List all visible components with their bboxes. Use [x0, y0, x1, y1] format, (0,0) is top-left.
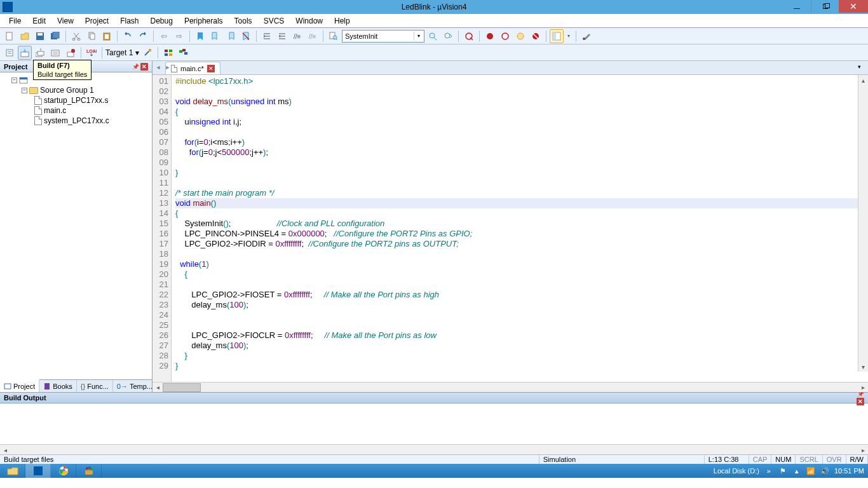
scroll-left-icon[interactable]: ◂: [0, 445, 10, 455]
project-tree[interactable]: Build (F7) Build target files − − Source…: [0, 72, 152, 379]
batch-build-button[interactable]: [48, 46, 62, 60]
nav-forward-button[interactable]: ⇨: [172, 29, 186, 43]
scroll-thumb[interactable]: [163, 383, 201, 392]
cut-button[interactable]: [69, 29, 83, 43]
new-file-button[interactable]: [3, 29, 17, 43]
tree-file[interactable]: startup_LPC17xx.s: [1, 95, 151, 105]
tray-up-icon[interactable]: ▴: [792, 466, 801, 475]
tree-toggle-icon[interactable]: −: [22, 88, 27, 93]
close-button[interactable]: ✕: [839, 0, 868, 13]
find-next-button[interactable]: [426, 29, 440, 43]
tab-project[interactable]: Project: [0, 379, 39, 392]
manage-multi-project-button[interactable]: [177, 46, 191, 60]
rebuild-button[interactable]: [33, 46, 47, 60]
uncomment-button[interactable]: //≡: [306, 29, 320, 43]
tray-disk-label[interactable]: Local Disk (D:): [714, 467, 759, 475]
tree-file[interactable]: system_LPC17xx.c: [1, 116, 151, 126]
manage-project-button[interactable]: [161, 46, 175, 60]
scroll-down-icon[interactable]: ▾: [858, 362, 869, 372]
open-file-button[interactable]: [18, 29, 32, 43]
menu-file[interactable]: File: [4, 15, 26, 27]
editor-tab-list-dropdown[interactable]: ▾: [858, 64, 865, 71]
bookmark-toggle-button[interactable]: [193, 29, 207, 43]
target-combo[interactable]: Target 1 ▾: [105, 48, 139, 57]
minimize-button[interactable]: [783, 0, 811, 13]
scroll-track[interactable]: [10, 445, 858, 454]
menu-project[interactable]: Project: [80, 15, 114, 27]
tab-templates[interactable]: 0→Temp...: [113, 380, 157, 392]
editor-tab-close[interactable]: ✕: [207, 65, 215, 72]
incremental-find-button[interactable]: [441, 29, 455, 43]
scroll-track[interactable]: [858, 85, 869, 362]
menu-peripherals[interactable]: Peripherals: [179, 15, 228, 27]
kill-breakpoints-button[interactable]: [529, 29, 543, 43]
tree-group[interactable]: − Source Group 1: [1, 85, 151, 95]
download-button[interactable]: LOAD: [85, 46, 98, 60]
tray-volume-icon[interactable]: 🔊: [820, 466, 829, 475]
tray-clock[interactable]: 10:51 PM: [834, 467, 864, 475]
pin-icon[interactable]: 📌: [132, 63, 139, 71]
window-layout-button[interactable]: [550, 29, 564, 43]
enable-breakpoint-button[interactable]: [498, 29, 512, 43]
nav-back-button[interactable]: ⇦: [157, 29, 171, 43]
menu-help[interactable]: Help: [329, 15, 355, 27]
scroll-right-icon[interactable]: ▸: [858, 383, 868, 393]
taskbar-explorer[interactable]: [0, 464, 25, 478]
build-output[interactable]: [0, 403, 868, 444]
target-options-button[interactable]: [140, 46, 154, 60]
tray-network-icon[interactable]: 📶: [806, 466, 815, 475]
translate-button[interactable]: [3, 46, 17, 60]
tray-action-center-icon[interactable]: ⚑: [778, 466, 787, 475]
build-output-scrollbar[interactable]: ◂ ▸: [0, 444, 868, 454]
scroll-right-icon[interactable]: ▸: [858, 445, 868, 455]
tray-chevron-icon[interactable]: »: [764, 466, 773, 475]
indent-button[interactable]: [260, 29, 274, 43]
menu-view[interactable]: View: [52, 15, 79, 27]
menu-tools[interactable]: Tools: [229, 15, 257, 27]
tree-toggle-icon[interactable]: −: [11, 78, 17, 83]
maximize-button[interactable]: [811, 0, 839, 13]
taskbar-uvision[interactable]: [25, 464, 51, 478]
configure-button[interactable]: [580, 29, 593, 43]
menu-flash[interactable]: Flash: [115, 15, 144, 27]
copy-button[interactable]: [85, 29, 98, 43]
taskbar-paint[interactable]: [76, 464, 102, 478]
find-in-files-button[interactable]: [327, 29, 341, 43]
redo-button[interactable]: [136, 29, 150, 43]
find-combo[interactable]: SystemInit ▾: [342, 30, 424, 43]
vertical-scrollbar[interactable]: ▴ ▾: [858, 75, 868, 372]
taskbar-chrome[interactable]: [51, 464, 76, 478]
tab-books[interactable]: Books: [39, 380, 77, 392]
insert-breakpoint-button[interactable]: [483, 29, 497, 43]
menu-window[interactable]: Window: [290, 15, 328, 27]
window-layout-dropdown[interactable]: ▾: [565, 29, 573, 43]
comment-button[interactable]: //≡: [290, 29, 304, 43]
save-all-button[interactable]: [48, 29, 62, 43]
build-button[interactable]: [18, 46, 32, 60]
disable-breakpoint-button[interactable]: [513, 29, 527, 43]
editor-tab[interactable]: main.c* ✕: [165, 62, 220, 74]
panel-close-button[interactable]: ✕: [140, 63, 148, 71]
panel-close-button[interactable]: ✕: [857, 398, 864, 405]
bookmark-next-button[interactable]: [224, 29, 238, 43]
menu-debug[interactable]: Debug: [146, 15, 178, 27]
code-content[interactable]: #include <lpc17xx.h> void delay_ms(unsig…: [172, 75, 868, 382]
tree-file[interactable]: main.c: [1, 105, 151, 116]
code-editor[interactable]: 0102030405060708091011121314151617181920…: [153, 75, 868, 382]
undo-button[interactable]: [121, 29, 135, 43]
bookmark-clear-button[interactable]: [239, 29, 253, 43]
editor-tab-prev[interactable]: ◄: [154, 63, 163, 72]
horizontal-scrollbar[interactable]: ◂ ▸: [153, 382, 868, 392]
menu-svcs[interactable]: SVCS: [259, 15, 290, 27]
tab-functions[interactable]: {}Func...: [77, 380, 113, 392]
paste-button[interactable]: [100, 29, 114, 43]
status-rw: R/W: [846, 455, 868, 464]
unindent-button[interactable]: [275, 29, 289, 43]
menu-edit[interactable]: Edit: [27, 15, 51, 27]
debug-button[interactable]: [462, 29, 476, 43]
scroll-left-icon[interactable]: ◂: [153, 383, 163, 393]
bookmark-prev-button[interactable]: [208, 29, 222, 43]
save-button[interactable]: [33, 29, 47, 43]
scroll-up-icon[interactable]: ▴: [858, 75, 869, 85]
stop-build-button[interactable]: [64, 46, 78, 60]
